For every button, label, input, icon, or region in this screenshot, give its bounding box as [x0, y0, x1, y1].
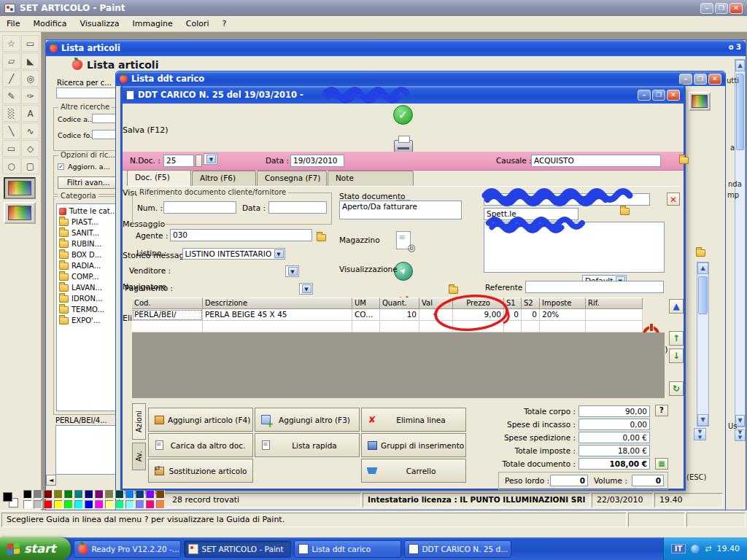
palette-color-#0000ff[interactable]	[85, 500, 93, 509]
column-header-quant[interactable]: Quant.	[380, 298, 419, 309]
column-header-val[interactable]: Val	[419, 298, 453, 309]
ndoc-series-combobox[interactable]: ▼	[204, 153, 217, 165]
grid-vertical-scrollbar[interactable]: ▲ ▼	[697, 262, 709, 427]
clear-cliente-button[interactable]: ✕	[667, 192, 680, 206]
tree-item[interactable]: BOX D...	[58, 249, 119, 260]
minimize-button[interactable]: –	[638, 90, 651, 101]
palette-color-#004080[interactable]	[136, 490, 144, 499]
tool-rectangle[interactable]: ▭	[2, 140, 20, 157]
task-lista-ddt[interactable]: Lista ddt carico	[294, 540, 401, 558]
column-header-s1[interactable]: S1	[504, 298, 522, 309]
toolbox-option-button-2[interactable]	[4, 202, 36, 224]
task-readypro[interactable]: Ready Pro V12.2.20 -...	[74, 540, 181, 558]
minimize-button[interactable]: –	[679, 74, 692, 85]
column-header-imposte[interactable]: Imposte	[540, 298, 586, 309]
palette-color-#ffff80[interactable]	[105, 500, 114, 509]
elimina-linea-button[interactable]: Elimina linea	[361, 408, 466, 432]
salva-button[interactable]: Salva (F12)	[123, 104, 684, 135]
cell-cod[interactable]: PERLA/BEI/	[132, 309, 203, 321]
page-down-double-button[interactable]: ▼▼	[694, 428, 706, 440]
column-header-prezzo[interactable]: Prezzo	[453, 298, 504, 309]
palette-color-#ff00ff[interactable]	[95, 500, 104, 509]
move-row-up-button[interactable]: ▲	[669, 299, 684, 314]
tree-item[interactable]: RUBIN...	[58, 238, 119, 249]
aggiungi-articolo-button[interactable]: Aggiungi articolo (F4)	[148, 408, 253, 432]
tool-fill-with-color[interactable]: ◣	[21, 52, 39, 69]
destinatario-address-box[interactable]	[484, 222, 665, 273]
toolbox-option-button-1[interactable]	[4, 177, 36, 199]
palette-color-#c0c0c0[interactable]	[34, 500, 42, 509]
maximize-button[interactable]: ❐	[715, 3, 728, 14]
data-input[interactable]: 19/03/2010	[290, 155, 344, 167]
palette-color-#8000ff[interactable]	[146, 490, 155, 499]
tab-azioni[interactable]: Azioni	[132, 403, 146, 440]
column-header-descrizione[interactable]: Descrizione	[203, 298, 352, 309]
tray-clock[interactable]: 19.40	[717, 544, 740, 553]
venditore-combobox[interactable]: ▼	[285, 265, 299, 277]
task-paint[interactable]: SET ARTICOLO - Paint	[184, 540, 291, 558]
peso-lordo-value[interactable]: 0	[550, 475, 588, 486]
listino-combobox[interactable]: LISTINO INTESTATARIO ▼	[182, 248, 285, 260]
scroll-up-button[interactable]: ▲	[697, 262, 708, 274]
tool-magnifier[interactable]: ◎	[21, 70, 39, 87]
cell-descrizione[interactable]: PERLA BEIGE 45 X 45	[203, 309, 352, 321]
close-button[interactable]: ✕	[729, 3, 743, 14]
grid-row[interactable]: PERLA/BEI/ PERLA BEIGE 45 X 45 CO... 10 …	[132, 309, 643, 321]
tree-item[interactable]: IDRON...	[58, 293, 119, 304]
restore-button[interactable]: ❐	[652, 90, 665, 101]
causale-input[interactable]: ACQUISTO	[531, 155, 661, 167]
column-header-rif[interactable]: Rif.	[586, 298, 643, 309]
tool-line[interactable]: ╲	[2, 122, 20, 139]
refresh-button[interactable]: ↻	[669, 381, 684, 396]
tree-item-all-categories[interactable]: Tutte le cat...	[58, 206, 119, 217]
maximize-button[interactable]: ❐	[694, 74, 707, 85]
palette-color-#80ffff[interactable]	[125, 500, 134, 509]
palette-color-#000000[interactable]	[23, 490, 32, 499]
toolbar-icon-fragment[interactable]	[689, 92, 711, 111]
carica-altro-doc-button[interactable]: Carica da altro doc.	[148, 433, 253, 457]
filtri-avanzati-button[interactable]: Filtri avan...	[58, 176, 119, 189]
ndoc-input[interactable]: 25	[163, 155, 194, 167]
close-button[interactable]: ✕	[708, 74, 721, 85]
lista-rapida-button[interactable]: Lista rapida	[255, 433, 360, 457]
folder-icon[interactable]	[620, 208, 630, 215]
volume-value[interactable]: 0	[632, 475, 664, 486]
scroll-left-button[interactable]: ◄	[46, 475, 56, 486]
tool-airbrush[interactable]: ░	[2, 105, 20, 122]
folder-icon[interactable]	[449, 287, 458, 294]
scroll-up-button[interactable]: ▲	[735, 60, 745, 71]
minimize-button[interactable]: –	[700, 3, 713, 14]
tree-item[interactable]: PIAST...	[58, 217, 119, 228]
menu-visualizza[interactable]: Visualizza	[73, 16, 125, 31]
cell-um[interactable]: CO...	[352, 309, 380, 321]
outer-vertical-scrollbar[interactable]: ▲ ▼	[735, 59, 746, 427]
num-input[interactable]	[163, 201, 236, 214]
column-header-cod[interactable]: Cod.	[132, 298, 203, 309]
tree-item[interactable]: SANIT...	[58, 228, 119, 238]
ddt-titlebar[interactable]: DDT CARICO N. 25 del 19/03/2010 - – ❐ ✕	[123, 86, 684, 104]
pagamento-combobox[interactable]: ▼	[299, 283, 313, 295]
grid-empty-area[interactable]	[132, 332, 665, 398]
palette-color-#808000[interactable]	[54, 490, 63, 499]
lista-articoli-titlebar[interactable]: Lista articoli o 3	[46, 40, 746, 56]
palette-color-#0080ff[interactable]	[125, 490, 134, 499]
tray-arrows-icon[interactable]: ⇄	[705, 544, 711, 553]
cell-imposte[interactable]: 20%	[540, 309, 586, 321]
column-header-um[interactable]: UM	[352, 298, 380, 309]
tool-free-form-select[interactable]: ☆	[2, 35, 20, 52]
palette-color-#00ff00[interactable]	[64, 500, 73, 509]
current-colors-indicator[interactable]	[1, 491, 20, 510]
totals-detail-button[interactable]: ▦	[655, 458, 668, 470]
tool-select[interactable]: ▭	[21, 35, 39, 52]
cell-s2[interactable]: 0	[522, 309, 540, 321]
folder-icon[interactable]	[317, 234, 326, 241]
page-down-double-button[interactable]: ▼▼	[735, 429, 746, 441]
article-list-box[interactable]	[55, 425, 120, 475]
aggiungi-altro-button[interactable]: Aggiungi altro (F3)	[255, 408, 360, 432]
palette-color-#00ffff[interactable]	[74, 500, 83, 509]
cell-quant[interactable]: 10	[380, 309, 419, 321]
tree-item[interactable]: LAVAN...	[58, 282, 119, 293]
palette-color-#000080[interactable]	[85, 490, 93, 499]
tab-avanzate[interactable]: Av.	[132, 443, 146, 470]
tool-text[interactable]: A	[21, 105, 39, 122]
